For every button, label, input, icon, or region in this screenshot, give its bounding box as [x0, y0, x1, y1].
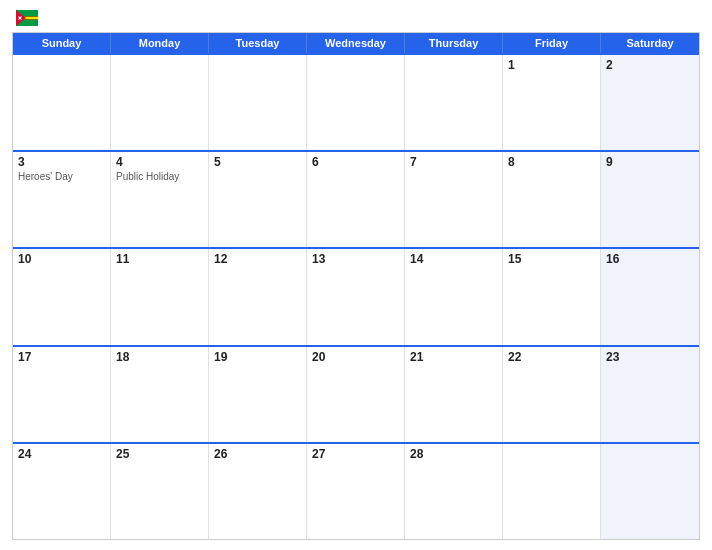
calendar-cell: 2	[601, 55, 699, 150]
calendar-cell: 28	[405, 444, 503, 539]
calendar-week: 10111213141516	[13, 247, 699, 344]
day-number: 4	[116, 155, 203, 169]
day-number: 23	[606, 350, 694, 364]
calendar-cell: 9	[601, 152, 699, 247]
calendar-header-cell: Sunday	[13, 33, 111, 53]
day-number: 18	[116, 350, 203, 364]
day-number: 5	[214, 155, 301, 169]
calendar-week: 12	[13, 53, 699, 150]
calendar-grid: SundayMondayTuesdayWednesdayThursdayFrid…	[12, 32, 700, 540]
calendar-cell	[601, 444, 699, 539]
calendar-page: SundayMondayTuesdayWednesdayThursdayFrid…	[0, 0, 712, 550]
calendar-cell: 13	[307, 249, 405, 344]
event-label: Public Holiday	[116, 171, 203, 182]
calendar-cell: 5	[209, 152, 307, 247]
day-number: 3	[18, 155, 105, 169]
day-number: 15	[508, 252, 595, 266]
calendar-cell: 25	[111, 444, 209, 539]
day-number: 12	[214, 252, 301, 266]
calendar-week: 17181920212223	[13, 345, 699, 442]
calendar-cell: 17	[13, 347, 111, 442]
calendar-cell: 1	[503, 55, 601, 150]
calendar-week: 3Heroes' Day4Public Holiday56789	[13, 150, 699, 247]
day-number: 25	[116, 447, 203, 461]
calendar-cell: 14	[405, 249, 503, 344]
day-number: 22	[508, 350, 595, 364]
calendar-header-cell: Tuesday	[209, 33, 307, 53]
day-number: 20	[312, 350, 399, 364]
calendar-body: 123Heroes' Day4Public Holiday56789101112…	[13, 53, 699, 539]
calendar-cell: 20	[307, 347, 405, 442]
logo	[12, 10, 40, 26]
day-number: 24	[18, 447, 105, 461]
calendar-cell	[13, 55, 111, 150]
day-number: 10	[18, 252, 105, 266]
day-number: 14	[410, 252, 497, 266]
calendar-header-cell: Wednesday	[307, 33, 405, 53]
calendar-cell: 6	[307, 152, 405, 247]
day-number: 8	[508, 155, 595, 169]
calendar-header-cell: Thursday	[405, 33, 503, 53]
calendar-cell: 26	[209, 444, 307, 539]
calendar-cell: 22	[503, 347, 601, 442]
calendar-cell: 7	[405, 152, 503, 247]
day-number: 27	[312, 447, 399, 461]
header	[12, 10, 700, 26]
day-number: 7	[410, 155, 497, 169]
calendar-cell: 4Public Holiday	[111, 152, 209, 247]
day-number: 16	[606, 252, 694, 266]
calendar-header-cell: Saturday	[601, 33, 699, 53]
calendar-cell: 23	[601, 347, 699, 442]
day-number: 2	[606, 58, 694, 72]
calendar-cell: 19	[209, 347, 307, 442]
calendar-cell: 11	[111, 249, 209, 344]
calendar-cell	[111, 55, 209, 150]
calendar-cell: 24	[13, 444, 111, 539]
calendar-cell: 3Heroes' Day	[13, 152, 111, 247]
calendar-cell: 27	[307, 444, 405, 539]
calendar-cell	[503, 444, 601, 539]
calendar-header-cell: Monday	[111, 33, 209, 53]
day-number: 11	[116, 252, 203, 266]
calendar-cell: 15	[503, 249, 601, 344]
day-number: 28	[410, 447, 497, 461]
calendar-cell: 8	[503, 152, 601, 247]
logo-flag-icon	[16, 10, 38, 26]
calendar-header-cell: Friday	[503, 33, 601, 53]
day-number: 19	[214, 350, 301, 364]
day-number: 17	[18, 350, 105, 364]
calendar-cell: 16	[601, 249, 699, 344]
day-number: 6	[312, 155, 399, 169]
day-number: 9	[606, 155, 694, 169]
day-number: 26	[214, 447, 301, 461]
calendar-cell	[405, 55, 503, 150]
day-number: 13	[312, 252, 399, 266]
calendar-cell: 12	[209, 249, 307, 344]
calendar-cell	[307, 55, 405, 150]
event-label: Heroes' Day	[18, 171, 105, 182]
day-number: 21	[410, 350, 497, 364]
day-number: 1	[508, 58, 595, 72]
calendar-week: 2425262728	[13, 442, 699, 539]
calendar-header-row: SundayMondayTuesdayWednesdayThursdayFrid…	[13, 33, 699, 53]
calendar-cell: 10	[13, 249, 111, 344]
calendar-cell	[209, 55, 307, 150]
calendar-cell: 21	[405, 347, 503, 442]
calendar-cell: 18	[111, 347, 209, 442]
